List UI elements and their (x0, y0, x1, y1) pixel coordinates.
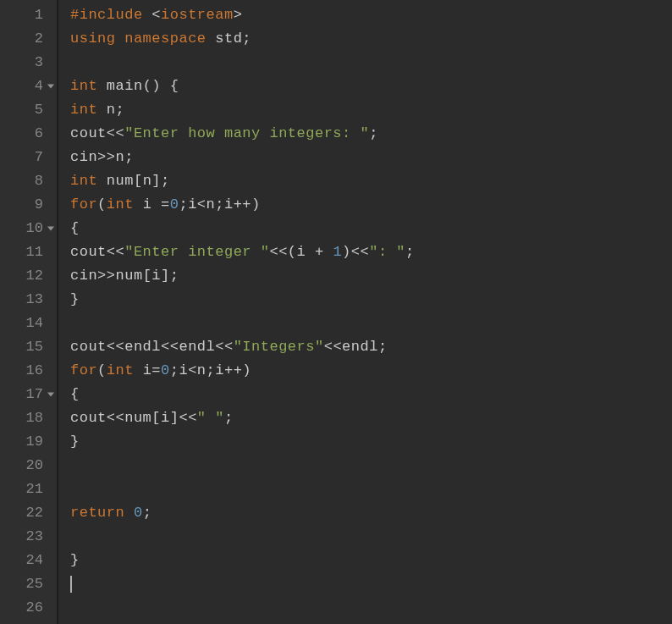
line-number-gutter: 1234567891011121314151617181920212223242… (0, 0, 58, 624)
code-line[interactable]: using namespace std; (70, 27, 672, 51)
code-token: [ (134, 169, 143, 193)
code-token: num (116, 264, 143, 288)
code-token: num (124, 406, 151, 430)
code-line[interactable]: for(int i=0;i<n;i++) (70, 359, 672, 383)
line-number: 5 (0, 98, 52, 122)
code-line[interactable]: cin>>num[i]; (70, 264, 672, 288)
code-token (124, 501, 134, 525)
code-token: = (151, 359, 161, 383)
code-line[interactable] (70, 525, 672, 549)
code-token: < (197, 193, 207, 217)
code-token: endl (179, 335, 215, 359)
code-token: n (197, 359, 207, 383)
code-line[interactable]: int n; (70, 98, 672, 122)
code-line[interactable] (70, 312, 672, 335)
code-token: ; (242, 27, 251, 51)
line-number: 3 (0, 51, 52, 75)
code-token: n (143, 169, 152, 193)
code-line[interactable]: } (70, 549, 672, 572)
code-line[interactable]: #include <iostream> (70, 3, 672, 27)
code-line[interactable]: int num[n]; (70, 169, 672, 193)
code-token: ( (288, 240, 297, 264)
code-token: >> (97, 264, 115, 288)
code-token: i (188, 193, 197, 217)
code-token: cin (70, 146, 97, 169)
code-line[interactable]: for(int i =0;i<n;i++) (70, 193, 672, 217)
code-token: << (269, 240, 287, 264)
code-token (151, 193, 161, 217)
code-line[interactable]: } (70, 430, 672, 454)
fold-marker-icon[interactable] (47, 85, 54, 89)
code-line[interactable] (70, 572, 672, 596)
code-token: endl (124, 335, 161, 359)
line-number: 18 (0, 406, 52, 430)
code-token: int (70, 169, 97, 193)
code-token: " " (197, 406, 224, 430)
line-number: 7 (0, 146, 52, 169)
code-token: n (207, 193, 216, 217)
code-token: cin (70, 264, 97, 288)
code-line[interactable]: return 0; (70, 501, 672, 525)
code-editor[interactable]: #include <iostream>using namespace std;i… (58, 0, 672, 624)
code-token: << (324, 335, 342, 359)
code-token (97, 169, 107, 193)
code-line[interactable]: cout<<"Enter integer "<<(i + 1)<<": "; (70, 240, 672, 264)
code-token: "Enter how many integers: " (124, 122, 369, 146)
code-token: [ (143, 264, 152, 288)
code-token: > (234, 3, 243, 27)
code-line[interactable]: cout<<"Enter how many integers: "; (70, 122, 672, 146)
code-token: int (70, 75, 97, 98)
code-token: } (70, 549, 80, 572)
line-number: 10 (0, 217, 52, 240)
code-token: cout (70, 335, 107, 359)
code-line[interactable] (70, 454, 672, 478)
code-token: < (151, 3, 161, 27)
code-line[interactable]: int main() { (70, 75, 672, 98)
code-token (306, 240, 315, 264)
code-token: i (224, 193, 234, 217)
code-token: < (188, 359, 197, 383)
code-token: ; (179, 193, 188, 217)
code-token: using (70, 27, 116, 51)
code-token (97, 75, 107, 98)
code-token: << (107, 122, 124, 146)
code-token: ; (215, 193, 224, 217)
code-token (134, 193, 143, 217)
code-token: ": " (369, 240, 405, 264)
code-line[interactable] (70, 596, 672, 620)
code-line[interactable]: cout<<endl<<endl<<"Integers"<<endl; (70, 335, 672, 359)
code-token: << (179, 406, 196, 430)
code-token: ( (97, 359, 107, 383)
code-token: return (70, 501, 124, 525)
line-number: 16 (0, 359, 52, 383)
code-token: ]; (151, 169, 169, 193)
fold-marker-icon[interactable] (47, 227, 54, 231)
code-token: ; (124, 146, 134, 169)
code-token: ; (170, 359, 179, 383)
code-token: for (70, 359, 97, 383)
code-token: ; (224, 406, 234, 430)
line-number: 2 (0, 27, 52, 51)
code-token: << (351, 240, 369, 264)
code-line[interactable]: cout<<num[i]<<" "; (70, 406, 672, 430)
code-token: ) (342, 240, 351, 264)
code-token: for (70, 193, 97, 217)
code-line[interactable]: { (70, 217, 672, 240)
code-token: i (179, 359, 188, 383)
code-line[interactable] (70, 51, 672, 75)
code-line[interactable] (70, 478, 672, 501)
code-token (97, 98, 107, 122)
line-number: 21 (0, 478, 52, 501)
code-token: = (161, 193, 170, 217)
fold-marker-icon[interactable] (47, 393, 54, 397)
code-line[interactable]: { (70, 383, 672, 406)
code-token: cout (70, 406, 107, 430)
line-number: 23 (0, 525, 52, 549)
code-line[interactable]: cin>>n; (70, 146, 672, 169)
line-number: 12 (0, 264, 52, 288)
code-token: () { (143, 75, 179, 98)
code-line[interactable]: } (70, 288, 672, 312)
code-token (207, 27, 216, 51)
code-token: ( (97, 193, 107, 217)
line-number: 19 (0, 430, 52, 454)
